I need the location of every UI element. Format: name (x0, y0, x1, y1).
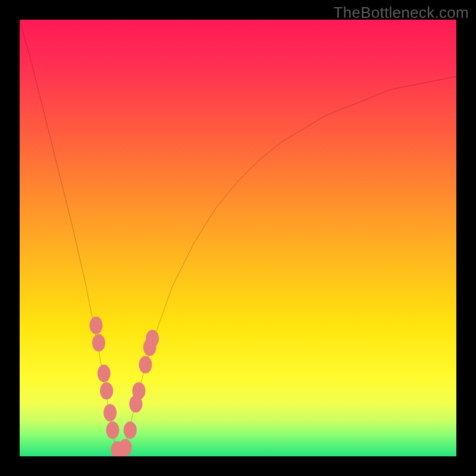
curve-bead (139, 356, 152, 373)
watermark-text: TheBottleneck.com (333, 4, 469, 22)
bottleneck-curve-svg (20, 20, 456, 456)
curve-bead (146, 330, 159, 347)
curve-bead (92, 334, 105, 351)
black-frame: TheBottleneck.com (0, 0, 476, 476)
bottleneck-curve (20, 20, 456, 456)
curve-bead (124, 421, 137, 439)
curve-bead (104, 404, 117, 421)
plot-area (20, 20, 456, 456)
curve-bead (106, 421, 119, 439)
curve-bead (100, 382, 113, 399)
curve-bead (98, 365, 111, 382)
curve-beads (89, 317, 159, 456)
curve-bead (89, 317, 102, 334)
curve-bead (132, 382, 145, 399)
curve-bead (119, 439, 132, 456)
